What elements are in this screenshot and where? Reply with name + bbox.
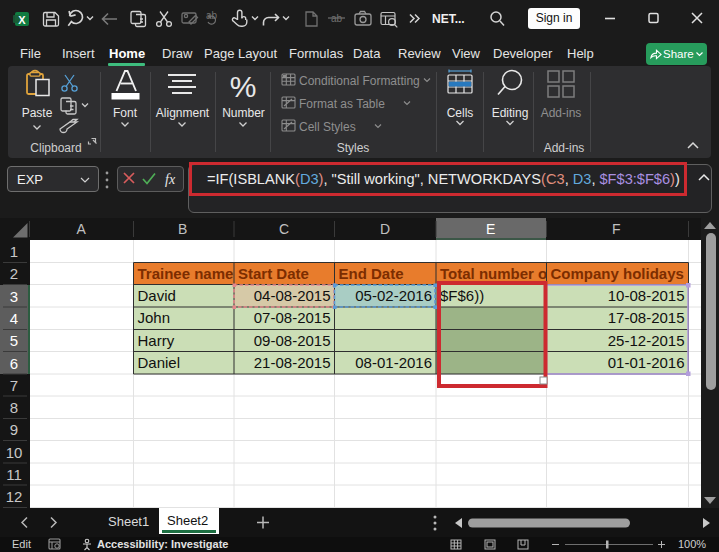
svg-text:%: %	[230, 70, 257, 103]
svg-text:fx: fx	[165, 172, 176, 187]
svg-text:100%: 100%	[678, 538, 706, 550]
svg-text:X: X	[18, 14, 26, 26]
svg-text:NET...: NET...	[432, 12, 465, 26]
